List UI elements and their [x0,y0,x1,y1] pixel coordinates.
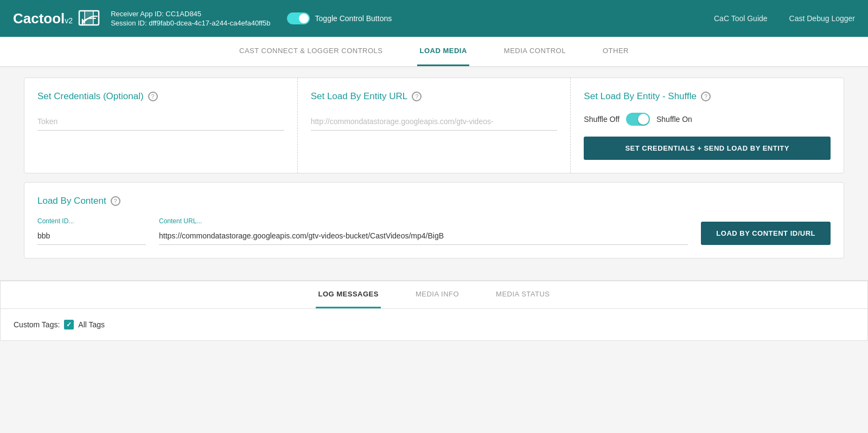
load-content-card: Load By Content ? Content ID... Content … [24,182,844,258]
tab-load-media[interactable]: LOAD MEDIA [417,37,469,66]
session-info: Receiver App ID: CC1AD845 Session ID: df… [111,10,270,27]
cast-icon [78,8,100,29]
entity-url-help-icon[interactable]: ? [412,92,422,101]
bottom-content: Custom Tags: All Tags [1,309,867,340]
shuffle-off-label: Shuffle Off [584,115,620,124]
toggle-switch[interactable] [287,12,310,24]
custom-tags-label: Custom Tags: [14,320,60,329]
credentials-title: Set Credentials (Optional) ? [37,91,284,102]
tab-media-control[interactable]: MEDIA CONTROL [502,37,568,66]
credentials-card: Set Credentials (Optional) ? [24,78,298,173]
main-content: Set Credentials (Optional) ? Set Load By… [11,67,857,280]
all-tags-label: All Tags [78,320,105,329]
content-id-input[interactable] [37,227,146,245]
entity-shuffle-title: Set Load By Entity - Shuffle ? [584,91,831,102]
content-id-label: Content ID... [37,217,146,225]
entity-url-card: Set Load By Entity URL ? [298,78,571,173]
shuffle-toggle-row: Shuffle Off Shuffle On [584,113,831,126]
load-content-row: Content ID... Content URL... LOAD BY CON… [37,217,831,245]
main-tabs: CAST CONNECT & LOGGER CONTROLS LOAD MEDI… [0,37,868,67]
bottom-tab-media-info[interactable]: MEDIA INFO [413,281,461,308]
content-url-input[interactable] [159,227,688,245]
cast-debug-logger-link[interactable]: Cast Debug Logger [789,14,855,23]
entity-shuffle-card: Set Load By Entity - Shuffle ? Shuffle O… [571,78,844,173]
toggle-label: Toggle Control Buttons [315,14,392,23]
toggle-control-buttons[interactable]: Toggle Control Buttons [287,12,392,24]
bottom-tabs: LOG MESSAGES MEDIA INFO MEDIA STATUS [1,281,867,309]
shuffle-on-label: Shuffle On [656,115,692,124]
tab-other[interactable]: OTHER [601,37,631,66]
load-content-help-icon[interactable]: ? [111,196,120,206]
all-tags-checkbox[interactable] [64,320,74,329]
logo-text: Cactoolv2 [13,10,73,27]
content-url-label: Content URL... [159,217,688,225]
receiver-id: Receiver App ID: CC1AD845 [111,10,270,18]
shuffle-toggle[interactable] [626,113,650,126]
entity-shuffle-help-icon[interactable]: ? [701,92,711,101]
custom-tags-row: Custom Tags: All Tags [14,320,854,329]
cac-tool-guide-link[interactable]: CaC Tool Guide [714,14,768,23]
entity-url-title: Set Load By Entity URL ? [311,91,558,102]
bottom-section: LOG MESSAGES MEDIA INFO MEDIA STATUS Cus… [0,280,868,341]
bottom-tab-media-status[interactable]: MEDIA STATUS [494,281,552,308]
app-header: Cactoolv2 Receiver App ID: CC1AD845 Sess… [0,0,868,37]
header-nav: CaC Tool Guide Cast Debug Logger [714,14,855,23]
load-content-button[interactable]: LOAD BY CONTENT ID/URL [701,222,831,245]
logo: Cactoolv2 [13,8,100,29]
tab-cast-connect[interactable]: CAST CONNECT & LOGGER CONTROLS [237,37,385,66]
token-input[interactable] [37,113,284,131]
content-id-col: Content ID... [37,217,146,245]
set-credentials-send-entity-button[interactable]: SET CREDENTIALS + SEND LOAD BY ENTITY [584,137,831,160]
entity-url-input[interactable] [311,113,558,131]
cards-row: Set Credentials (Optional) ? Set Load By… [24,77,844,173]
credentials-help-icon[interactable]: ? [148,92,158,101]
content-url-col: Content URL... [159,217,688,245]
load-content-title: Load By Content ? [37,196,831,206]
bottom-tab-log[interactable]: LOG MESSAGES [316,281,380,308]
session-id: Session ID: dff9fab0-dcea-4c17-a244-ca4e… [111,19,270,27]
